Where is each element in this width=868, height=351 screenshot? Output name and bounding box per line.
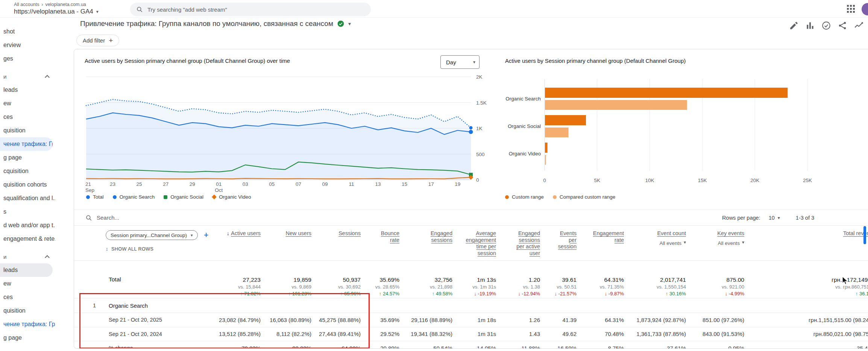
insights-icon[interactable] — [854, 21, 863, 30]
sidebar-item-squalification-and-l[interactable]: squalification and l... — [0, 191, 55, 205]
legend-item-custom-range[interactable]: Custom range — [505, 194, 544, 200]
legend-item-compared-custom-range[interactable]: Compared custom range — [553, 194, 616, 200]
legend-item-total[interactable]: Total — [86, 194, 104, 200]
chevron-down-icon: ▾ — [473, 60, 475, 64]
top-bar: All accounts › veloplaneta.com.ua https:… — [0, 0, 868, 18]
page-title: Привлечение трафика: Группа каналов по у… — [80, 20, 333, 28]
sidebar-item-leads[interactable]: leads — [0, 83, 55, 97]
sidebar-item-shot[interactable]: shot — [0, 25, 55, 38]
column-header-new-users[interactable]: New users — [261, 230, 311, 257]
metric-value: 875.00 — [686, 276, 744, 283]
legend-label: Total — [93, 194, 104, 200]
bar-chart-icon[interactable] — [805, 21, 815, 30]
metric-cell: 27,223vs. 15,844↑ 71.82% — [212, 276, 261, 297]
search-icon — [136, 6, 143, 13]
sidebar-item-d-web-and-or-app-t[interactable]: d web and/or app t... — [0, 219, 55, 232]
sidebar-section-header[interactable]: и — [0, 250, 55, 263]
dimension-selector[interactable]: Session primary...Channel Group) ▾ — [106, 230, 198, 240]
column-header-sessions[interactable]: Sessions — [311, 230, 361, 257]
column-header-engaged-sessions-per-active-user[interactable]: Engaged sessions per active user — [496, 230, 540, 257]
legend-item-organic-social[interactable]: Organic Social — [164, 194, 203, 200]
sidebar-item-erview[interactable]: erview — [0, 38, 55, 52]
svg-text:10K: 10K — [645, 178, 654, 183]
metric-change: ↑ 101.23% — [261, 291, 311, 297]
share-icon[interactable] — [838, 21, 847, 30]
metric-change: ↓ -12.94% — [496, 291, 540, 297]
sidebar-item-[interactable]: чение трафика: Гр... — [0, 137, 53, 151]
metric-value: 64.31% — [577, 276, 624, 283]
add-dimension-button[interactable]: + — [204, 231, 209, 239]
sidebar-item-ew[interactable]: ew — [0, 277, 55, 290]
table-scrollbar[interactable] — [863, 226, 866, 244]
column-header-active-users[interactable]: ↓Active users — [212, 230, 261, 257]
search-input[interactable] — [147, 6, 365, 13]
sidebar-item-label: ces — [3, 294, 13, 300]
table-row[interactable]: % change70.83%98.02%64.98%20.89%50.54%-1… — [74, 341, 868, 349]
sidebar-item-quisition-cohorts[interactable]: quisition cohorts — [0, 178, 55, 191]
metric-cell: -14.05% — [452, 345, 496, 349]
column-header-key-events[interactable]: Key eventsAll events▾ — [686, 230, 744, 257]
breadcrumb-account[interactable]: veloplaneta.com.ua — [45, 2, 86, 7]
legend-item-organic-video[interactable]: Organic Video — [212, 194, 251, 200]
sidebar-item-cquisition[interactable]: cquisition — [0, 164, 55, 178]
rows-per-page-value[interactable]: 10 — [769, 215, 775, 221]
chevron-down-icon[interactable]: ▾ — [778, 216, 780, 220]
column-events-filter[interactable]: All events▾ — [624, 240, 686, 247]
sidebar-item-[interactable]: чение трафика: Гр... — [0, 318, 55, 331]
sidebar-item-leads[interactable]: leads — [0, 263, 53, 277]
table-row[interactable]: Sep 21 - Oct 20, 202413,512 (85.28%)8,11… — [74, 327, 868, 341]
sidebar-item-g-page[interactable]: g page — [0, 151, 55, 164]
table-row-group[interactable]: 1Organic Search — [74, 298, 868, 313]
column-header-engagement-rate[interactable]: Engagement rate — [577, 230, 624, 257]
legend-item-organic-search[interactable]: Organic Search — [113, 194, 155, 200]
column-header-total-revenue[interactable]: Total revenue — [744, 230, 868, 257]
plus-icon: + — [109, 37, 113, 44]
property-switcher[interactable]: https://veloplaneta.ua - GA4 ▾ — [14, 8, 99, 15]
svg-text:19: 19 — [455, 181, 460, 187]
sidebar-item-s[interactable]: s — [0, 205, 55, 219]
chevron-up-icon — [45, 255, 50, 260]
metric-change: ↓ -9.87% — [577, 291, 624, 297]
table-search-input[interactable] — [97, 214, 232, 221]
svg-text:Organic Social: Organic Social — [508, 123, 541, 129]
sidebar-item-label: ew — [3, 100, 11, 106]
organic-video-legend-marker — [212, 194, 217, 199]
sidebar-item-quisition[interactable]: quisition — [0, 124, 55, 137]
column-header-events-per-session[interactable]: Events per session — [540, 230, 577, 257]
granularity-dropdown[interactable]: Day ▾ — [440, 55, 480, 69]
sidebar-item-g-page[interactable]: g page — [0, 331, 55, 345]
add-filter-button[interactable]: Add filter + — [76, 35, 119, 46]
svg-text:29: 29 — [190, 181, 195, 187]
metric-cell: 49.62 — [540, 331, 577, 337]
breadcrumb-all-accounts[interactable]: All accounts — [14, 2, 39, 7]
check-circle-icon[interactable] — [821, 21, 831, 30]
chevron-right-icon: › — [41, 2, 43, 7]
edit-pencil-icon[interactable] — [789, 21, 799, 30]
apps-grid-icon[interactable] — [847, 5, 856, 14]
column-events-filter[interactable]: All events▾ — [686, 240, 744, 247]
column-header-average-engagement-time-per-session[interactable]: Average engagement time per session — [452, 230, 496, 257]
sidebar-item-ew[interactable]: ew — [0, 97, 55, 110]
metric-cell: 1m 18s — [452, 317, 496, 323]
column-header-bounce-rate[interactable]: Bounce rate — [361, 230, 399, 257]
column-header-event-count[interactable]: Event countAll events▾ — [624, 230, 686, 257]
metric-cell: -16.59% — [540, 345, 577, 349]
sidebar-item-quisition[interactable]: quisition — [0, 304, 55, 318]
chevron-down-icon[interactable]: ▾ — [348, 21, 351, 26]
line-chart-title: Active users by Session primary channel … — [85, 58, 290, 64]
svg-text:2K: 2K — [476, 74, 483, 80]
column-header-engaged-sessions[interactable]: Engaged sessions — [399, 230, 452, 257]
show-all-rows-button[interactable]: ↕ SHOW ALL ROWS — [106, 246, 212, 252]
sidebar-item-engagement-rete[interactable]: engagement & rete... — [0, 232, 55, 246]
search-bar[interactable] — [130, 3, 371, 16]
data-quality-check-icon[interactable] — [337, 20, 344, 27]
table-row[interactable]: Sep 21 - Oct 20, 202523,082 (84.79%)16,0… — [74, 313, 868, 327]
sidebar-item-ges[interactable]: ges — [0, 52, 55, 65]
sidebar-item-ces[interactable]: ces — [0, 110, 55, 124]
sidebar-section-header[interactable]: и — [0, 70, 55, 83]
sidebar-item-ces[interactable]: ces — [0, 290, 55, 304]
metric-cell: 19,341 (88.32%) — [399, 331, 452, 337]
avatar[interactable] — [862, 3, 868, 15]
column-header-label: Event count — [657, 230, 686, 237]
metric-cell: 851.00 (97.26%) — [686, 317, 744, 323]
